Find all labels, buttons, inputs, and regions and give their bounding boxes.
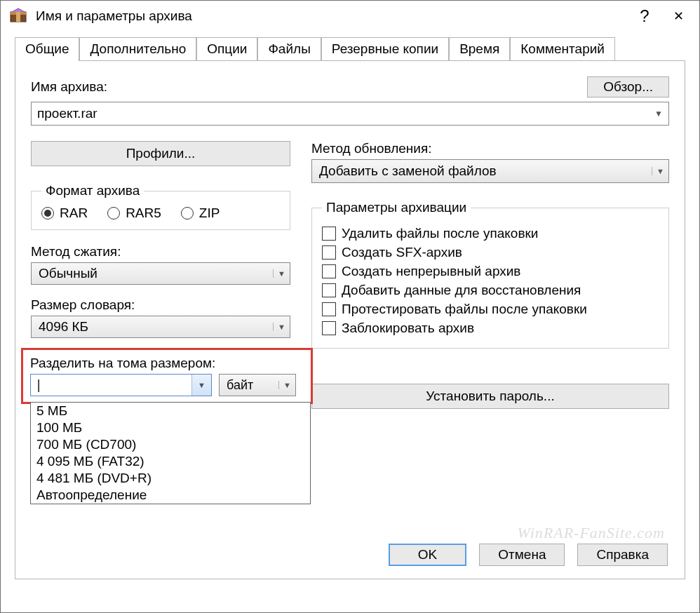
split-option[interactable]: 4 481 МБ (DVD+R) — [31, 470, 310, 487]
compression-select[interactable]: Обычный ▼ — [31, 262, 290, 285]
tab-panel-general: Имя архива: Обзор... ▼ Профили... Формат… — [15, 60, 685, 579]
dialog-footer: OK Отмена Справка — [389, 544, 668, 566]
watermark-text: WinRAR-FanSite.com — [518, 524, 665, 542]
split-option[interactable]: Автоопределение — [31, 487, 310, 504]
tab-comment[interactable]: Комментарий — [510, 37, 615, 61]
update-method-label: Метод обновления: — [311, 141, 669, 156]
help-icon[interactable]: ? — [628, 2, 661, 30]
chevron-down-icon[interactable]: ▼ — [273, 323, 290, 331]
params-legend: Параметры архивации — [322, 200, 471, 215]
split-unit-select[interactable]: байт ▼ — [219, 374, 296, 396]
cancel-button[interactable]: Отмена — [479, 544, 565, 566]
browse-button[interactable]: Обзор... — [587, 76, 669, 97]
radio-zip[interactable]: ZIP — [181, 206, 220, 221]
check-lock[interactable]: Заблокировать архив — [322, 321, 659, 336]
format-legend: Формат архива — [41, 183, 144, 198]
dialog-window: Имя и параметры архива ? ✕ Общие Дополни… — [0, 0, 700, 613]
tab-advanced[interactable]: Дополнительно — [79, 37, 196, 61]
split-option[interactable]: 5 МБ — [31, 403, 310, 419]
split-option[interactable]: 700 МБ (CD700) — [31, 436, 310, 453]
compression-label: Метод сжатия: — [31, 244, 290, 260]
dictionary-label: Размер словаря: — [31, 297, 290, 313]
tab-time[interactable]: Время — [449, 37, 510, 61]
ok-button[interactable]: OK — [389, 544, 466, 566]
chevron-down-icon[interactable]: ▼ — [652, 167, 668, 175]
winrar-icon — [9, 8, 29, 25]
split-size-combo[interactable]: ▼ — [30, 374, 212, 396]
svg-rect-2 — [16, 12, 20, 22]
archive-name-input[interactable] — [32, 103, 649, 124]
titlebar: Имя и параметры архива ? ✕ — [1, 1, 699, 32]
help-button[interactable]: Справка — [577, 544, 668, 566]
archive-name-combo[interactable]: ▼ — [31, 102, 669, 126]
chevron-down-icon[interactable]: ▼ — [273, 269, 290, 278]
tab-files[interactable]: Файлы — [257, 37, 321, 61]
window-title: Имя и параметры архива — [36, 8, 628, 24]
radio-rar[interactable]: RAR — [41, 206, 88, 221]
tab-strip: Общие Дополнительно Опции Файлы Резервны… — [1, 32, 699, 60]
split-size-input[interactable] — [31, 375, 191, 396]
chevron-down-icon[interactable]: ▼ — [191, 375, 211, 396]
split-option[interactable]: 4 095 МБ (FAT32) — [31, 453, 310, 470]
profiles-button[interactable]: Профили... — [31, 141, 290, 166]
update-method-select[interactable]: Добавить с заменой файлов ▼ — [311, 159, 669, 183]
chevron-down-icon[interactable]: ▼ — [649, 109, 668, 119]
tab-options[interactable]: Опции — [196, 37, 257, 61]
dictionary-select[interactable]: 4096 КБ ▼ — [31, 316, 290, 338]
split-label: Разделить на тома размером: — [30, 356, 304, 371]
check-delete-files[interactable]: Удалить файлы после упаковки — [322, 226, 659, 241]
check-sfx[interactable]: Создать SFX-архив — [322, 245, 659, 260]
split-option[interactable]: 100 МБ — [31, 419, 310, 436]
radio-rar5[interactable]: RAR5 — [107, 206, 161, 221]
set-password-button[interactable]: Установить пароль... — [311, 384, 669, 409]
archive-name-label: Имя архива: — [31, 79, 107, 95]
close-icon[interactable]: ✕ — [661, 2, 695, 30]
tab-general[interactable]: Общие — [15, 37, 79, 61]
check-test[interactable]: Протестировать файлы после упаковки — [322, 302, 659, 317]
check-solid[interactable]: Создать непрерывный архив — [322, 264, 659, 279]
split-size-dropdown: 5 МБ 100 МБ 700 МБ (CD700) 4 095 МБ (FAT… — [30, 402, 311, 504]
tab-backup[interactable]: Резервные копии — [321, 37, 449, 61]
check-recovery[interactable]: Добавить данные для восстановления — [322, 283, 659, 298]
split-volumes-highlight: Разделить на тома размером: ▼ байт ▼ 5 М… — [21, 348, 313, 404]
chevron-down-icon[interactable]: ▼ — [278, 381, 295, 389]
